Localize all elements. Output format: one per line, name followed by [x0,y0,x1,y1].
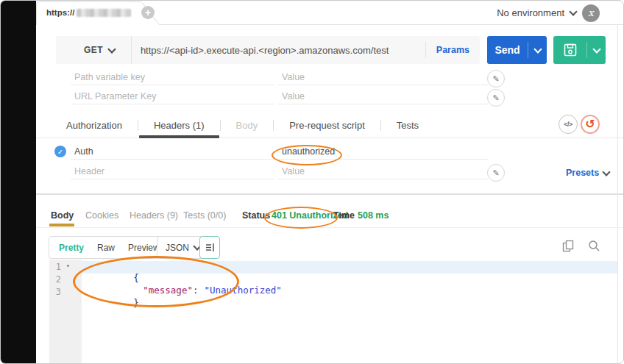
fold-caret-icon[interactable]: ▾ [66,263,70,269]
tab-bar: https:// + No environment x [36,1,623,25]
restore-arrow-icon: ↺ [585,118,595,130]
save-options-button[interactable] [587,49,606,52]
request-tabs: Authorization Headers (1) Body Pre-reque… [36,113,623,138]
header-key-cell[interactable]: Auth [71,143,274,160]
placeholder-text: Value [282,166,305,176]
presets-dropdown[interactable]: Presets [566,168,609,178]
environment-area: No environment x [497,1,600,25]
search-icon [588,240,600,252]
url-parameter-value-input[interactable]: Value [278,88,488,104]
request-tab[interactable]: https:// [46,8,131,17]
plus-icon: + [145,7,151,18]
copy-response-button[interactable] [562,240,575,255]
pencil-icon: ✎ [492,168,499,178]
params-button[interactable]: Params [426,45,480,55]
format-label: JSON [166,243,189,253]
tab-bar-divider [160,24,623,25]
chevron-down-icon [603,168,611,176]
presets-label: Presets [566,168,599,178]
pencil-icon: ✎ [492,74,499,84]
response-tab-headers[interactable]: Headers (9) [130,210,178,221]
right-border [617,25,618,363]
tab-tests[interactable]: Tests [381,113,434,138]
send-button[interactable]: Send [487,36,547,64]
path-variable-key-input[interactable]: Path variable key [71,69,274,85]
json-key-token: "message" [143,285,193,296]
method-label: GET [84,45,103,55]
placeholder-text: Value [282,72,305,82]
new-tab-button[interactable]: + [141,6,155,19]
status-label: Status [242,210,270,221]
code-token: : [193,285,199,296]
send-options-button[interactable] [528,49,547,52]
restore-button[interactable]: ↺ [581,115,600,134]
chevron-down-icon [592,45,600,53]
response-tab-body[interactable]: Body [51,210,74,221]
chevron-down-icon[interactable] [569,7,577,15]
postman-window: https:// + No environment x GET [0,0,624,364]
copy-icon [562,240,575,252]
code-token: } [133,297,139,308]
wrap-text-button[interactable] [199,236,220,259]
save-button[interactable] [553,36,606,64]
tab-pre-request-script[interactable]: Pre-request script [274,113,380,138]
chevron-down-icon [533,45,542,53]
line-number: 3 [49,287,61,297]
placeholder-text: Path variable key [74,72,145,82]
tab-headers[interactable]: Headers (1) [138,113,220,138]
response-toolbar: Pretty Raw Preview JSON [36,236,623,259]
search-response-button[interactable] [588,240,600,255]
view-mode-group: Pretty Raw Preview [49,236,170,259]
url-input[interactable]: https://<api-id>.execute-api.<region>.am… [132,45,425,56]
environment-quick-look-icon[interactable]: x [582,4,600,22]
pencil-icon: ✎ [492,93,499,103]
left-sidebar [1,1,36,363]
code-icon: </> [564,121,572,128]
tab-url-text: https:// [46,8,74,17]
save-icon-segment[interactable] [553,43,586,57]
new-header-key-input[interactable]: Header [71,163,274,179]
section-divider [36,193,623,195]
response-tabs: Body Cookies Headers (9) Tests (0/0) Sta… [36,204,623,228]
send-label: Send [487,44,528,56]
main-panel: https:// + No environment x GET [36,1,623,363]
generate-code-button[interactable]: </> [559,115,578,134]
active-line-highlight [82,261,617,274]
time-label: Time [333,210,355,221]
header-key-text: Auth [74,146,93,157]
line-number: 1 [49,262,61,272]
tab-body[interactable]: Body [221,113,274,138]
view-pretty-button[interactable]: Pretty [52,243,91,253]
code-line: } [89,286,145,319]
line-number: 2 [49,274,61,285]
redacted-url-block [77,9,131,17]
header-value-text: unauthorized [282,146,335,157]
path-variable-value-input[interactable]: Value [278,69,488,85]
avatar-glyph: x [588,7,593,18]
response-tab-tests[interactable]: Tests (0/0) [183,210,226,221]
active-tab-underline [49,224,74,226]
header-value-cell[interactable]: unauthorized [278,143,488,160]
edit-pencil-button[interactable]: ✎ [487,89,505,107]
placeholder-text: URL Parameter Key [74,91,156,101]
tab-authorization[interactable]: Authorization [51,113,138,138]
environment-selector[interactable]: No environment [497,7,564,18]
json-string-token: "Unauthorized" [204,285,281,296]
time-value: 508 ms [358,210,389,221]
edit-pencil-button[interactable]: ✎ [487,164,505,182]
chevron-down-icon [107,45,116,53]
method-selector[interactable]: GET [56,45,131,55]
url-bar: GET https://<api-id>.execute-api.<region… [56,36,480,64]
url-parameter-key-input[interactable]: URL Parameter Key [71,88,274,104]
response-body-editor[interactable]: 1 ▾ 2 3 { "message":"Unauthorized" } [36,260,623,363]
placeholder-text: Header [74,166,104,176]
check-icon: ✓ [57,148,63,156]
placeholder-text: Value [282,91,305,101]
edit-pencil-button[interactable]: ✎ [487,70,505,88]
response-tab-cookies[interactable]: Cookies [85,210,118,221]
view-raw-button[interactable]: Raw [91,243,121,253]
wrap-lines-icon [205,243,215,252]
url-text: https://<api-id>.execute-api.<region>.am… [141,45,389,56]
new-header-value-input[interactable]: Value [278,163,488,179]
header-row-checkbox[interactable]: ✓ [54,146,66,157]
